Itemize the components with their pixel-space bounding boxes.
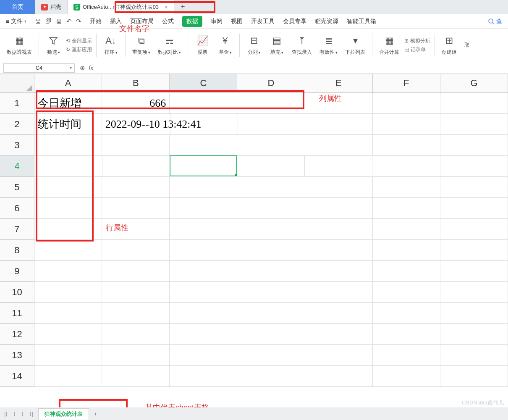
cell-A7[interactable] [34,219,102,240]
cell-E13[interactable] [305,345,373,366]
cell-F8[interactable] [373,240,440,261]
cell-G2[interactable] [440,114,508,135]
cell-E2[interactable] [305,114,373,135]
menu-hamburger[interactable]: ≡ 文件 ▾ [6,18,26,25]
cell-A1[interactable]: 今日新增 [34,93,102,114]
menutab-4[interactable]: 数据 [182,16,202,27]
cell-D14[interactable] [237,366,305,387]
tool-group[interactable]: ⊞ 创建组 [439,33,459,58]
cell-D3[interactable] [237,135,305,156]
menutab-10[interactable]: 智能工具箱 [347,18,376,25]
row-head-11[interactable]: 11 [0,303,34,324]
cell-B14[interactable] [102,366,170,387]
close-icon[interactable]: × [165,4,168,10]
tool-ungroup[interactable]: 取 [462,40,472,50]
zoom-icon[interactable]: ⊕ [80,64,85,72]
cell-F5[interactable] [373,177,440,198]
cell-A12[interactable] [34,324,102,345]
cell-G12[interactable] [440,324,508,345]
row-head-7[interactable]: 7 [0,219,34,240]
new-tab-button[interactable]: + [174,0,191,14]
cell-E14[interactable] [305,366,373,387]
tool-split[interactable]: ⊟ 分列▾ [244,33,264,58]
tool-fund[interactable]: ¥ 基金▾ [215,33,235,58]
nav-first-icon[interactable]: |⟨ [3,411,8,417]
cell-A8[interactable] [34,240,102,261]
row-head-9[interactable]: 9 [0,261,34,282]
cell-F3[interactable] [373,135,440,156]
tool-whatif[interactable]: ⊞ 模拟分析 [404,37,430,45]
tab-shelf[interactable]: ✦ 稻壳 [35,0,68,14]
cell-A10[interactable] [34,282,102,303]
tool-stock[interactable]: 📈 股票 [192,33,212,58]
menutab-5[interactable]: 审阅 [211,18,223,25]
cell-E8[interactable] [305,240,373,261]
tool-fill[interactable]: ▤ 填充▾ [267,33,287,58]
cell-B13[interactable] [102,345,170,366]
cell-B11[interactable] [102,303,170,324]
tool-filter[interactable]: 筛选▾ [43,33,63,58]
cell-B5[interactable] [102,177,170,198]
cell-C11[interactable] [170,303,237,324]
cell-B1[interactable]: 666 [102,93,170,114]
cell-E4[interactable] [305,156,372,177]
row-head-8[interactable]: 8 [0,240,34,261]
row-head-6[interactable]: 6 [0,198,34,219]
row-head-3[interactable]: 3 [0,135,34,156]
tab-file[interactable]: S OfficeAuto...r狂神观众统计表03 × [68,0,174,14]
select-all-corner[interactable] [0,74,34,93]
cell-B2[interactable]: 2022-09--10 13:42:41 [102,114,170,135]
col-head-F[interactable]: F [373,74,440,93]
cell-E10[interactable] [305,282,373,303]
menutab-1[interactable]: 插入 [110,18,122,25]
cell-G5[interactable] [440,177,508,198]
fx-label[interactable]: fx [89,64,94,71]
cell-C1[interactable] [170,93,237,114]
menutab-7[interactable]: 开发工具 [251,18,275,25]
cell-D12[interactable] [237,324,305,345]
search-button[interactable]: 查 [488,18,502,25]
save-as-icon[interactable]: 🗐 [45,18,52,25]
row-head-12[interactable]: 12 [0,324,34,345]
cell-G11[interactable] [440,303,508,324]
menutab-9[interactable]: 稻壳资源 [315,18,338,25]
cell-B7[interactable] [102,219,170,240]
cell-A9[interactable] [34,261,102,282]
cell-F12[interactable] [373,324,440,345]
cell-C5[interactable] [170,177,237,198]
cell-F13[interactable] [373,345,440,366]
cell-C13[interactable] [170,345,237,366]
cell-E3[interactable] [305,135,373,156]
cell-F2[interactable] [373,114,440,135]
cell-F14[interactable] [373,366,440,387]
cell-C12[interactable] [170,324,237,345]
tool-pivot[interactable]: ▦ 数据透视表 [4,33,34,58]
tool-compare[interactable]: ⚎ 数据对比▾ [155,33,183,58]
cell-B6[interactable] [102,198,170,219]
tool-showall[interactable]: ⟲ 全部显示 [66,37,92,45]
cell-F4[interactable] [372,156,440,177]
cell-F9[interactable] [373,261,440,282]
cell-A2[interactable]: 统计时间 [34,114,102,135]
cell-G6[interactable] [440,198,508,219]
sheet-tab[interactable]: 狂神观众统计表 [38,408,89,420]
col-head-D[interactable]: D [237,74,305,93]
cell-C8[interactable] [170,240,237,261]
cell-F11[interactable] [373,303,440,324]
cell-D13[interactable] [237,345,305,366]
col-head-C[interactable]: C [170,74,237,93]
col-head-E[interactable]: E [305,74,373,93]
cell-D10[interactable] [237,282,305,303]
undo-icon[interactable]: ↶ [66,18,72,25]
cell-G9[interactable] [440,261,508,282]
print-icon[interactable]: 🖶 [56,18,62,25]
cell-F6[interactable] [373,198,440,219]
cell-D5[interactable] [237,177,305,198]
cell-F1[interactable] [373,93,440,114]
cell-F7[interactable] [373,219,440,240]
cell-C10[interactable] [170,282,237,303]
menutab-2[interactable]: 页面布局 [130,18,154,25]
cell-D4[interactable] [237,156,304,177]
tool-valid[interactable]: ≣ 有效性▾ [317,33,340,58]
cell-G3[interactable] [440,135,508,156]
